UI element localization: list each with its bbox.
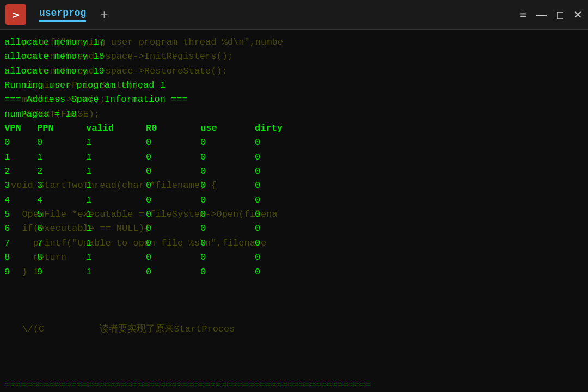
table-cell: 0 <box>200 179 255 193</box>
table-cell: 1 <box>86 164 146 179</box>
table-cell: 0 <box>200 193 255 207</box>
output-line: Running user program thread 1 <box>0 78 588 93</box>
output-line: allocate memory 18 <box>0 50 588 64</box>
output-line: === Address Space Information === <box>0 93 588 107</box>
table-cell: 0 <box>146 207 200 222</box>
table-cell: 9 <box>37 265 86 279</box>
table-cell: 0 <box>200 222 255 236</box>
menu-button[interactable]: ≡ <box>520 9 526 20</box>
table-cell: 5 <box>37 207 86 222</box>
window-controls: ≡ — □ ✕ <box>520 9 583 20</box>
maximize-button[interactable]: □ <box>557 9 564 20</box>
table-cell: 0 <box>255 193 298 207</box>
table-cell: 0 <box>146 250 200 265</box>
output-line: allocate memory 19 <box>0 64 588 78</box>
tab-label: userprog <box>39 8 86 19</box>
terminal-body: printf("Running user program thread %d\n… <box>0 30 588 392</box>
table-cell: 0 <box>255 150 298 164</box>
table-cell: 0 <box>146 136 200 150</box>
table-row: 001000 <box>4 136 584 150</box>
table-cell: 0 <box>146 150 200 164</box>
table-cell: 1 <box>86 136 146 150</box>
table-cell: 0 <box>255 164 298 179</box>
minimize-button[interactable]: — <box>536 9 547 20</box>
table-cell: 1 <box>4 150 37 164</box>
table-cell: 4 <box>4 193 37 207</box>
table-cell: 0 <box>255 207 298 222</box>
table-row: 661000 <box>4 222 584 236</box>
table-row: 771000 <box>4 236 584 250</box>
tab-underline <box>39 20 86 22</box>
table-row: 551000 <box>4 207 584 222</box>
table-cell: 0 <box>146 265 200 279</box>
table-cell: 0 <box>37 136 86 150</box>
table-cell: 0 <box>200 265 255 279</box>
table-cell: 6 <box>4 222 37 236</box>
table-cell: 4 <box>37 193 86 207</box>
table-cell: 8 <box>4 250 37 265</box>
table-cell: 8 <box>37 250 86 265</box>
table-cell: 1 <box>86 236 146 250</box>
table-cell: 1 <box>86 265 146 279</box>
titlebar: userprog + ≡ — □ ✕ <box>0 0 588 30</box>
table-cell: 1 <box>37 150 86 164</box>
table-row: 221000 <box>4 164 584 179</box>
table-cell: 1 <box>86 222 146 236</box>
output-line: allocate memory 17 <box>0 35 588 50</box>
close-button[interactable]: ✕ <box>573 9 583 20</box>
table-row: 331000 <box>4 179 584 193</box>
output-line: numPages = 10 <box>0 107 588 121</box>
table-cell: 1 <box>86 179 146 193</box>
table-header-row: VPNPPNvalidR0usedirty <box>4 121 584 136</box>
table-cell: 0 <box>146 193 200 207</box>
table-header-cell: PPN <box>37 121 86 136</box>
table-cell: 0 <box>255 265 298 279</box>
table-cell: 1 <box>86 193 146 207</box>
table-row: 881000 <box>4 250 584 265</box>
terminal-icon <box>5 4 26 25</box>
table-row: 991000 <box>4 265 584 279</box>
table-cell: 0 <box>255 179 298 193</box>
table-cell: 0 <box>200 236 255 250</box>
table-cell: 9 <box>4 265 37 279</box>
address-space-table: VPNPPNvalidR0usedirty0010001110002210003… <box>0 121 588 279</box>
table-header-cell: R0 <box>146 121 200 136</box>
table-cell: 0 <box>146 236 200 250</box>
table-cell: 0 <box>200 250 255 265</box>
table-cell: 0 <box>200 207 255 222</box>
table-cell: 2 <box>37 164 86 179</box>
table-cell: 7 <box>4 236 37 250</box>
table-cell: 0 <box>4 136 37 150</box>
table-cell: 1 <box>86 250 146 265</box>
table-cell: 0 <box>200 150 255 164</box>
table-row: 441000 <box>4 193 584 207</box>
table-cell: 0 <box>146 222 200 236</box>
table-header-cell: VPN <box>4 121 37 136</box>
table-cell: 0 <box>146 179 200 193</box>
table-cell: 6 <box>37 222 86 236</box>
table-cell: 5 <box>4 207 37 222</box>
table-cell: 2 <box>4 164 37 179</box>
table-header-cell: dirty <box>255 121 298 136</box>
add-tab-button[interactable]: + <box>100 8 108 21</box>
active-tab[interactable]: userprog <box>30 5 95 24</box>
bottom-dashes-bar: ========================================… <box>0 377 588 392</box>
table-cell: 3 <box>37 179 86 193</box>
table-row: 111000 <box>4 150 584 164</box>
table-cell: 0 <box>255 236 298 250</box>
table-cell: 3 <box>4 179 37 193</box>
table-cell: 0 <box>146 164 200 179</box>
table-cell: 0 <box>255 136 298 150</box>
table-cell: 0 <box>200 164 255 179</box>
table-cell: 0 <box>255 250 298 265</box>
table-cell: 0 <box>200 136 255 150</box>
terminal-output: allocate memory 17allocate memory 18allo… <box>0 30 588 392</box>
table-header-cell: use <box>200 121 255 136</box>
table-cell: 1 <box>86 207 146 222</box>
table-cell: 0 <box>255 222 298 236</box>
bottom-dashes-text: ========================================… <box>4 379 371 390</box>
table-header-cell: valid <box>86 121 146 136</box>
table-cell: 7 <box>37 236 86 250</box>
table-cell: 1 <box>86 150 146 164</box>
